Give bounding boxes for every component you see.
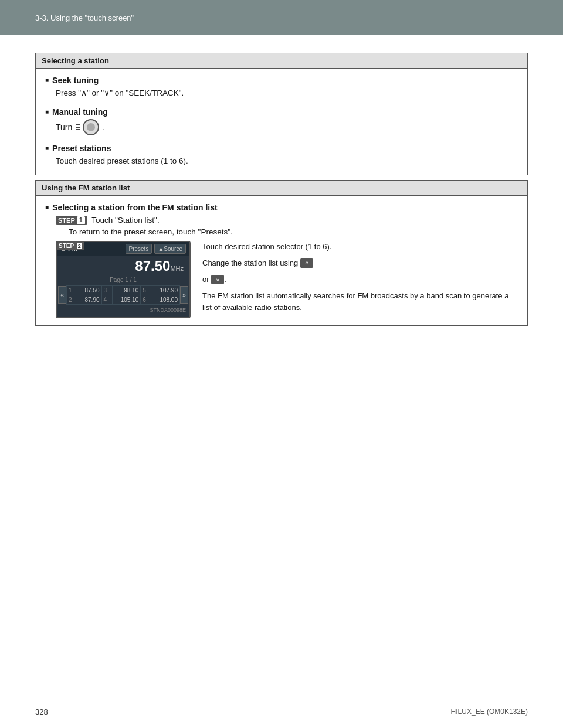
fm-right-line2: Change the station list using « xyxy=(202,257,518,269)
seek-tuning-subsection: Seek tuning Press "∧" or "∨" on "SEEK/TR… xyxy=(45,76,518,99)
station-num-5: 5 xyxy=(141,285,151,295)
fm-freq-unit: MHz xyxy=(170,265,184,272)
station-num-3: 3 xyxy=(101,285,112,295)
double-left-icon: « xyxy=(300,258,313,268)
knob-icon xyxy=(76,119,99,135)
fm-right-line2b: or ». xyxy=(202,274,518,285)
station-num-4: 4 xyxy=(101,295,112,304)
fm-nav-left[interactable]: « xyxy=(58,286,66,304)
knob-line-3 xyxy=(76,129,80,130)
page-number: 328 xyxy=(35,707,48,716)
fm-screen-btns: Presets ▲Source xyxy=(126,244,186,254)
content-area: Selecting a station Seek tuning Press "∧… xyxy=(0,35,563,366)
manual-tuning-heading: Manual tuning xyxy=(45,107,518,117)
step1-text: Touch "Station list". xyxy=(91,216,159,224)
step1-line: STEP 1 Touch "Station list". xyxy=(45,216,518,225)
selecting-station-heading: Selecting a station xyxy=(36,53,527,69)
preset-stations-description: Touch desired preset stations (1 to 6). xyxy=(45,155,518,167)
fm-right-line2-prefix: Change the station list using xyxy=(202,258,298,267)
fm-right-text: Touch desired station selector (1 to 6).… xyxy=(202,241,518,319)
seek-tuning-description: Press "∧" or "∨" on "SEEK/TRACK". xyxy=(45,87,518,99)
fm-right-line3: The FM station list automatically search… xyxy=(202,290,518,314)
table-row: 1 87.50 3 98.10 5 107.90 xyxy=(67,285,180,295)
fm-right-line1: Touch desired station selector (1 to 6). xyxy=(202,241,518,253)
station-num-1: 1 xyxy=(67,285,77,295)
station-freq-6[interactable]: 108.00 xyxy=(151,295,180,304)
station-freq-3[interactable]: 98.10 xyxy=(112,285,141,295)
header-title: 3-3. Using the "touch screen" xyxy=(35,13,134,22)
fm-screen-footer: STNDA00098E xyxy=(57,306,189,314)
fm-nav-right[interactable]: » xyxy=(180,286,188,304)
step1-badge: STEP 1 xyxy=(56,216,87,225)
fm-step2-badge: STEP 2 xyxy=(57,242,84,250)
preset-stations-subsection: Preset stations Touch desired preset sta… xyxy=(45,144,518,167)
fm-freq-display: 87.50MHz xyxy=(57,256,189,275)
fm-station-list-heading: Using the FM station list xyxy=(36,181,527,196)
knob-lines xyxy=(76,124,80,130)
manual-tuning-subsection: Manual tuning Turn . xyxy=(45,107,518,135)
station-freq-4[interactable]: 105.10 xyxy=(112,295,141,304)
seek-tuning-heading: Seek tuning xyxy=(45,76,518,85)
station-num-6: 6 xyxy=(141,295,151,304)
preset-stations-heading: Preset stations xyxy=(45,144,518,153)
header-bar: 3-3. Using the "touch screen" xyxy=(0,0,563,35)
fm-page-label: Page 1 / 1 xyxy=(57,275,189,284)
footer-area: 328 HILUX_EE (OM0K132E) xyxy=(0,707,563,716)
fm-subheading: Selecting a station from the FM station … xyxy=(45,203,518,212)
fm-station-table: 1 87.50 3 98.10 5 107.90 2 87.90 xyxy=(66,285,180,305)
step1-sub: To return to the preset screen, touch "P… xyxy=(45,227,518,236)
station-num-2: 2 xyxy=(67,295,77,304)
footer-model: HILUX_EE (OM0K132E) xyxy=(451,707,528,716)
selecting-station-content: Seek tuning Press "∧" or "∨" on "SEEK/TR… xyxy=(36,69,527,175)
table-row: 2 87.90 4 105.10 6 108.00 xyxy=(67,295,180,304)
station-freq-1[interactable]: 87.50 xyxy=(77,285,101,295)
knob-line-1 xyxy=(76,124,80,125)
fm-freq-value: 87.50 xyxy=(135,258,170,274)
double-right-icon: » xyxy=(211,275,224,284)
knob-line-2 xyxy=(76,127,80,128)
fm-source-btn[interactable]: ▲Source xyxy=(154,244,186,254)
selecting-station-box: Selecting a station Seek tuning Press "∧… xyxy=(35,53,528,175)
step2-block: STEP 2 ▲ FM Presets ▲Source xyxy=(45,241,518,319)
turn-label: Turn xyxy=(56,123,72,132)
turn-period: . xyxy=(103,123,105,132)
fm-station-list-box: Using the FM station list Selecting a st… xyxy=(35,180,528,326)
knob-circle xyxy=(83,119,99,135)
fm-screen: STEP 2 ▲ FM Presets ▲Source xyxy=(56,241,191,319)
station-freq-2[interactable]: 87.90 xyxy=(77,295,101,304)
fm-right-line2-suffix: or xyxy=(202,275,209,284)
fm-stations-grid: « 1 87.50 3 98.10 5 107.90 xyxy=(57,284,189,306)
fm-section-content: Selecting a station from the FM station … xyxy=(36,196,527,326)
manual-tuning-row: Turn . xyxy=(45,119,518,135)
station-freq-5[interactable]: 107.90 xyxy=(151,285,180,295)
fm-presets-btn[interactable]: Presets xyxy=(126,244,152,254)
fm-screen-wrapper: STEP 2 ▲ FM Presets ▲Source xyxy=(57,242,189,314)
